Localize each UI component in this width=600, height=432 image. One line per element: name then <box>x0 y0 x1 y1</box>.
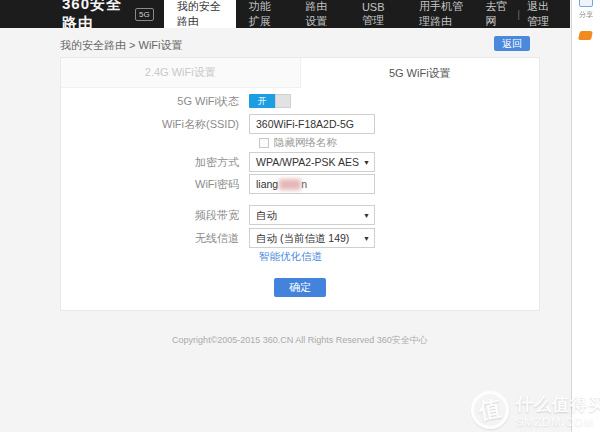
share-label: 分享 <box>573 10 598 20</box>
encryption-value: WPA/WPA2-PSK AES <box>256 156 359 168</box>
toggle-knob <box>275 94 291 108</box>
chevron-down-icon: ▼ <box>363 206 370 225</box>
encryption-select[interactable]: WPA/WPA2-PSK AES ▼ <box>249 152 375 172</box>
wifi-status-label: 5G WiFi状态 <box>61 94 249 109</box>
copyright-footer: Copyright©2005-2015 360.CN All Rights Re… <box>60 334 540 347</box>
bandwidth-row: 频段带宽 自动 ▼ <box>61 205 539 225</box>
nav-usb-management[interactable]: USB管理 <box>349 0 406 28</box>
password-censor-blur <box>279 179 301 190</box>
channel-value: 自动 (当前信道 149) <box>256 232 349 244</box>
ssid-label: WiFi名称(SSID) <box>61 117 249 132</box>
hide-ssid-row: 隐藏网络名称 <box>259 137 539 148</box>
header-bar: 360安全路由 5G 我的安全路由 功能扩展 路由设置 USB管理 用手机管理路… <box>0 0 570 28</box>
bandwidth-label: 频段带宽 <box>61 208 249 223</box>
wifi-band-tabs: 2.4G WiFi设置 5G WiFi设置 <box>61 58 539 88</box>
hide-ssid-label: 隐藏网络名称 <box>274 136 337 150</box>
smart-optimize-channel-link[interactable]: 智能优化信道 <box>259 250 322 264</box>
channel-label: 无线信道 <box>61 231 249 246</box>
back-button[interactable]: 返回 <box>494 36 530 51</box>
breadcrumb-row: 我的安全路由 > WiFi设置 返回 <box>0 28 570 56</box>
logo-5g-badge: 5G <box>135 8 154 21</box>
encryption-row: 加密方式 WPA/WPA2-PSK AES ▼ <box>61 152 539 172</box>
breadcrumb: 我的安全路由 > WiFi设置 <box>60 38 183 53</box>
password-label: WiFi密码 <box>61 177 249 192</box>
nav-extensions[interactable]: 功能扩展 <box>236 0 293 28</box>
toggle-on-label: 开 <box>249 94 275 108</box>
password-input[interactable]: liang n <box>249 174 375 194</box>
brand-logo: 360安全路由 5G <box>62 0 154 28</box>
tab-5g-wifi[interactable]: 5G WiFi设置 <box>301 58 540 88</box>
bookmark-icon[interactable] <box>578 31 593 40</box>
optimize-row: 智能优化信道 <box>259 251 539 263</box>
ssid-input[interactable] <box>249 114 375 134</box>
link-separator: | <box>517 8 520 20</box>
wifi-status-toggle[interactable]: 开 <box>249 94 291 108</box>
router-admin-page: 360安全路由 5G 我的安全路由 功能扩展 路由设置 USB管理 用手机管理路… <box>0 0 600 432</box>
smzdm-logo-icon: 值 <box>468 388 512 432</box>
chevron-down-icon: ▼ <box>363 153 370 172</box>
password-visible-text: liang <box>256 178 278 190</box>
password-tail-text: n <box>301 178 307 190</box>
browser-side-toolbar: 分享 <box>571 0 600 432</box>
confirm-button[interactable]: 确定 <box>274 278 326 297</box>
header-links: 去官网 | 退出管理 <box>486 0 560 28</box>
wifi-settings-card: 2.4G WiFi设置 5G WiFi设置 5G WiFi状态 开 WiFi名称… <box>60 57 540 311</box>
encryption-label: 加密方式 <box>61 155 249 170</box>
ssid-row: WiFi名称(SSID) <box>61 114 539 134</box>
bandwidth-select[interactable]: 自动 ▼ <box>249 205 375 225</box>
smzdm-logo-char: 值 <box>477 393 504 426</box>
main-nav: 我的安全路由 功能扩展 路由设置 USB管理 用手机管理路由 <box>164 0 486 28</box>
channel-select[interactable]: 自动 (当前信道 149) ▼ <box>249 228 375 248</box>
hide-ssid-checkbox[interactable] <box>259 138 269 148</box>
channel-row: 无线信道 自动 (当前信道 149) ▼ <box>61 228 539 248</box>
logout-link[interactable]: 退出管理 <box>527 0 560 29</box>
password-row: WiFi密码 liang n <box>61 174 539 194</box>
bandwidth-value: 自动 <box>256 209 277 221</box>
nav-manage-by-phone[interactable]: 用手机管理路由 <box>406 0 486 28</box>
nav-router-settings[interactable]: 路由设置 <box>292 0 349 28</box>
tab-24g-wifi[interactable]: 2.4G WiFi设置 <box>61 58 301 88</box>
official-site-link[interactable]: 去官网 <box>486 0 511 29</box>
wifi-status-row: 5G WiFi状态 开 <box>61 94 539 108</box>
share-icon[interactable] <box>579 0 593 7</box>
nav-my-router[interactable]: 我的安全路由 <box>164 0 236 28</box>
wifi-settings-form: 5G WiFi状态 开 WiFi名称(SSID) 隐藏网络名称 加密方式 WPA… <box>61 88 539 297</box>
chevron-down-icon: ▼ <box>363 229 370 248</box>
